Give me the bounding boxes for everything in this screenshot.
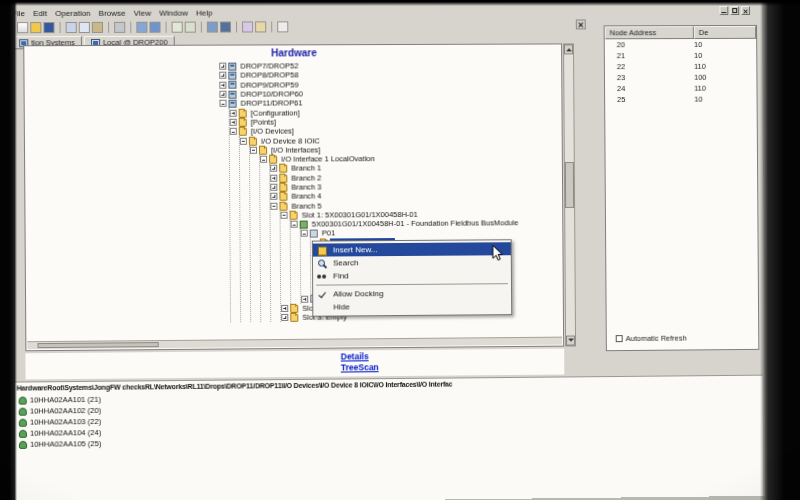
collapse-icon[interactable] — [240, 137, 247, 144]
copy-icon[interactable] — [79, 22, 90, 33]
table-row[interactable]: 24110 — [605, 83, 757, 95]
table-row[interactable]: 2010 — [605, 39, 757, 50]
table-row[interactable]: 2510 — [605, 93, 757, 105]
expand-icon[interactable] — [219, 63, 226, 70]
undo-icon[interactable] — [136, 22, 147, 33]
context-menu-item-hide[interactable]: Hide — [313, 299, 511, 314]
maximize-icon[interactable] — [730, 6, 739, 15]
column-header-device[interactable]: De — [694, 26, 756, 39]
close-icon[interactable] — [741, 6, 750, 15]
treescan-link[interactable]: TreeScan — [341, 361, 565, 374]
expand-icon[interactable] — [281, 314, 288, 321]
expand-icon[interactable] — [270, 174, 277, 181]
save-icon[interactable] — [43, 22, 54, 33]
find-icon — [317, 271, 327, 281]
collapse-icon[interactable] — [230, 128, 237, 135]
scroll-down-icon[interactable] — [566, 336, 575, 346]
collapse-icon[interactable] — [250, 147, 257, 154]
table-row[interactable]: 22110 — [605, 61, 757, 73]
node-address-cell: 20 — [605, 39, 694, 50]
menu-item-help[interactable]: Help — [196, 9, 213, 18]
tree-node-label: Branch 3 — [289, 182, 323, 191]
help-icon[interactable] — [277, 21, 288, 32]
expand-icon[interactable] — [270, 165, 277, 172]
folder-icon — [279, 184, 287, 192]
device-cell: 10 — [694, 50, 756, 61]
tree-node-label: Slot 1: 5X00301G01/1X00458H-01 — [300, 210, 420, 220]
open-icon[interactable] — [30, 22, 41, 33]
minimize-icon[interactable] — [719, 6, 728, 15]
fieldbus-device-icon — [19, 429, 27, 437]
drop-icon — [229, 100, 237, 108]
toolbar-separator — [60, 22, 61, 33]
expand-icon[interactable] — [230, 119, 237, 126]
drop-icon — [228, 81, 236, 89]
menu-item-window[interactable]: Window — [159, 9, 188, 18]
collapse-icon[interactable] — [281, 212, 288, 219]
search-icon — [317, 258, 327, 268]
print-icon[interactable] — [114, 22, 125, 33]
menu-items: FileEditOperationBrowseViewWindowHelp — [12, 8, 221, 18]
menu-item-browse[interactable]: Browse — [99, 9, 126, 18]
collapse-icon[interactable] — [219, 100, 226, 107]
new-icon[interactable] — [17, 22, 28, 33]
table-row[interactable]: 23100 — [605, 72, 757, 84]
output-item-label: 10HHA02AA104 (24) — [30, 428, 101, 438]
context-menu-label: Allow Docking — [333, 289, 383, 298]
menu-item-edit[interactable]: Edit — [33, 9, 47, 18]
tree-node-label: DROP10/DROP60 — [238, 89, 304, 98]
table-row[interactable]: 2110 — [605, 50, 757, 61]
search-icon[interactable] — [207, 22, 218, 33]
filter-icon[interactable] — [242, 21, 253, 32]
collapse-icon[interactable] — [291, 221, 298, 228]
fieldbus-device-icon — [19, 407, 27, 415]
collapse-icon[interactable] — [270, 202, 277, 209]
expand-icon[interactable] — [270, 193, 277, 200]
expand-icon[interactable] — [230, 109, 237, 116]
cut-icon[interactable] — [66, 22, 77, 33]
expand-icon[interactable] — [270, 184, 277, 191]
toolbar-close-icon[interactable] — [576, 19, 586, 29]
menu-separator — [316, 283, 508, 285]
screen: FileEditOperationBrowseViewWindowHelp ti… — [0, 0, 799, 500]
horizontal-scrollbar-thumb[interactable] — [37, 342, 158, 348]
fieldbus-device-icon — [19, 418, 27, 426]
context-menu-label: Search — [333, 258, 358, 267]
menu-item-operation[interactable]: Operation — [55, 9, 91, 18]
menu-item-view[interactable]: View — [134, 9, 151, 18]
tree-node-label: Branch 1 — [289, 164, 323, 173]
context-menu-item-find[interactable]: Find — [313, 268, 511, 282]
device-cell: 110 — [694, 61, 756, 72]
binocular-icon[interactable] — [220, 21, 231, 32]
wizard-icon[interactable] — [255, 21, 266, 32]
context-menu: Insert New...SearchFindAllow DockingHide — [312, 239, 512, 316]
collapse-icon[interactable] — [260, 156, 267, 163]
expand-icon[interactable] — [281, 305, 288, 312]
paste-icon[interactable] — [92, 22, 103, 33]
automatic-refresh-checkbox[interactable] — [616, 335, 623, 342]
tree-node-label: [Points] — [249, 117, 278, 126]
scroll-up-icon[interactable] — [564, 44, 573, 54]
grid-icon[interactable] — [185, 22, 196, 33]
menu-item-file[interactable]: File — [12, 9, 25, 18]
folder-icon — [239, 109, 247, 117]
vertical-scrollbar-thumb[interactable] — [565, 162, 574, 208]
expand-icon[interactable] — [219, 81, 226, 88]
collapse-icon[interactable] — [301, 230, 308, 237]
redo-icon[interactable] — [149, 22, 160, 33]
toolbar-separator — [236, 21, 237, 32]
expand-icon[interactable] — [219, 72, 226, 79]
mouse-cursor — [492, 244, 505, 263]
folder-icon — [249, 137, 257, 145]
tree-icon[interactable] — [172, 22, 183, 33]
tree-node-label: Branch 4 — [289, 192, 323, 201]
tree-node-label: I/O Interface 1 LocalOvation — [279, 154, 377, 164]
expand-icon[interactable] — [219, 91, 226, 98]
device-cell: 100 — [694, 72, 756, 83]
column-header-node-address[interactable]: Node Address — [605, 26, 694, 39]
vertical-scrollbar[interactable] — [563, 43, 576, 346]
expand-icon[interactable] — [301, 295, 308, 302]
menu-icon-blank — [317, 302, 327, 312]
folder-icon — [239, 119, 247, 127]
drop-icon — [228, 72, 236, 80]
